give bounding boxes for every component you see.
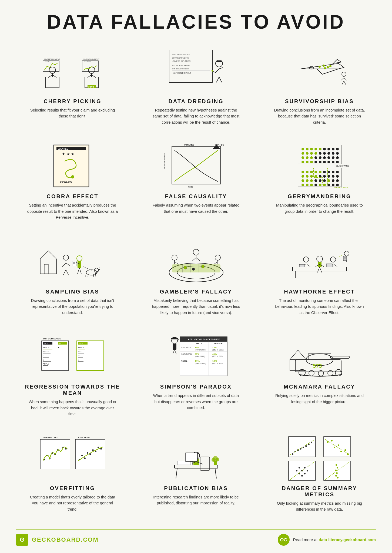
svg-point-356 bbox=[335, 475, 337, 477]
illustration-cobra-effect: WANTED ★ ★ ★ REWARD bbox=[38, 141, 108, 190]
footer-link-url[interactable]: data-literacy.geckoboard.com bbox=[319, 537, 376, 542]
svg-point-121 bbox=[314, 179, 317, 182]
svg-text:TEMPERATURE: TEMPERATURE bbox=[163, 153, 166, 169]
svg-point-75 bbox=[319, 152, 321, 155]
desc-gerrymandering: Manipulating the geographical boundaries… bbox=[274, 202, 366, 214]
svg-point-338 bbox=[344, 449, 346, 451]
svg-text:(170 of 900): (170 of 900) bbox=[212, 362, 223, 365]
svg-marker-280 bbox=[290, 350, 306, 360]
svg-rect-200 bbox=[343, 256, 347, 261]
svg-text:40%: 40% bbox=[212, 353, 217, 355]
svg-point-86 bbox=[327, 156, 330, 159]
svg-line-363 bbox=[287, 539, 287, 540]
fallacy-item-data-dredging: ARE THERE SOCKS CORRESPONDING UNIVERS IN… bbox=[140, 44, 252, 131]
svg-point-334 bbox=[331, 440, 333, 441]
svg-point-116 bbox=[332, 175, 334, 178]
svg-point-352 bbox=[336, 464, 337, 466]
fallacy-item-cobra-effect: WANTED ★ ★ ★ REWARD COBRA EFFECT Setting… bbox=[16, 139, 129, 226]
gecko-logo-icon: G bbox=[16, 534, 28, 546]
title-false-causality: FALSE CAUSALITY bbox=[165, 193, 227, 200]
svg-point-82 bbox=[310, 156, 313, 159]
footer-brand-section: G GECKOBOARD.COM bbox=[16, 534, 99, 546]
svg-rect-206 bbox=[326, 264, 332, 267]
svg-line-45 bbox=[342, 81, 344, 85]
svg-point-119 bbox=[306, 179, 309, 182]
title-cherry-picking: CHERRY PICKING bbox=[43, 98, 101, 104]
svg-marker-239 bbox=[171, 337, 178, 338]
svg-point-337 bbox=[340, 451, 342, 452]
svg-text:15%: 15% bbox=[212, 346, 217, 349]
title-data-dredging: DATA DREDGING bbox=[168, 98, 223, 104]
svg-point-87 bbox=[332, 156, 334, 159]
svg-point-92 bbox=[314, 161, 317, 163]
illustration-mcnamara-fallacy: 573 bbox=[284, 332, 355, 380]
svg-text:▼: ▼ bbox=[58, 347, 60, 349]
svg-point-97 bbox=[336, 161, 339, 163]
illustration-gerrymandering: BLACK WINS bbox=[284, 141, 355, 190]
title-simpsons-paradox: SIMPSON'S PARADOX bbox=[160, 384, 232, 390]
svg-text:WANTED: WANTED bbox=[58, 147, 68, 150]
svg-line-176 bbox=[196, 258, 200, 261]
illustration-publication-bias bbox=[161, 433, 231, 482]
fallacy-item-false-causality: PIRATES PIRATES TEMPERATURE TIME FALSE C… bbox=[140, 139, 252, 226]
svg-point-343 bbox=[299, 467, 300, 468]
svg-rect-281 bbox=[290, 360, 306, 370]
svg-line-160 bbox=[83, 267, 92, 270]
svg-point-93 bbox=[319, 161, 321, 163]
title-cobra-effect: COBRA EFFECT bbox=[47, 193, 99, 200]
svg-point-76 bbox=[323, 152, 326, 155]
svg-line-30 bbox=[219, 68, 223, 69]
svg-text:2017: 2017 bbox=[43, 343, 48, 345]
svg-line-362 bbox=[280, 539, 280, 540]
svg-text:★ ★ ★: ★ ★ ★ bbox=[62, 152, 75, 156]
svg-text:SUBJECT A: SUBJECT A bbox=[181, 347, 192, 349]
svg-point-170 bbox=[193, 249, 199, 255]
svg-line-197 bbox=[333, 264, 337, 267]
svg-point-275 bbox=[309, 370, 314, 376]
svg-point-114 bbox=[323, 175, 326, 178]
svg-rect-5 bbox=[43, 61, 59, 72]
svg-line-31 bbox=[216, 77, 219, 82]
svg-point-91 bbox=[310, 161, 313, 163]
svg-point-360 bbox=[284, 538, 287, 541]
svg-point-122 bbox=[319, 179, 321, 182]
svg-line-175 bbox=[192, 258, 196, 261]
fallacy-item-gerrymandering: BLACK WINS bbox=[263, 139, 376, 226]
svg-rect-163 bbox=[172, 264, 220, 272]
svg-rect-226 bbox=[77, 341, 104, 370]
svg-point-130 bbox=[314, 184, 317, 186]
svg-point-68 bbox=[327, 148, 330, 150]
desc-cobra-effect: Setting an incentive that accidentally p… bbox=[27, 202, 119, 220]
svg-text:●: ● bbox=[78, 359, 79, 361]
svg-point-300 bbox=[92, 449, 94, 451]
svg-point-83 bbox=[314, 156, 317, 159]
svg-rect-273 bbox=[330, 356, 349, 358]
svg-line-190 bbox=[317, 267, 320, 272]
svg-point-77 bbox=[327, 152, 330, 155]
svg-text:VOTE: VOTE bbox=[88, 86, 94, 88]
svg-point-126 bbox=[336, 179, 339, 182]
illustration-survivorship-bias bbox=[284, 46, 355, 95]
svg-text:41%: 41% bbox=[195, 360, 200, 362]
svg-line-29 bbox=[215, 69, 219, 73]
fallacy-item-overfitting: OVERFITTING JUST RIGHT bbox=[16, 431, 129, 518]
svg-text:PIRATES: PIRATES bbox=[214, 143, 224, 146]
svg-point-321 bbox=[215, 458, 219, 461]
footer-brand-name: GECKOBOARD.COM bbox=[32, 536, 99, 543]
svg-point-128 bbox=[306, 184, 309, 186]
svg-point-63 bbox=[306, 148, 309, 150]
fallacy-item-danger-summary-metrics: DANGER OF SUMMARY METRICS Only looking a… bbox=[263, 431, 376, 518]
svg-point-9 bbox=[88, 67, 95, 73]
svg-point-39 bbox=[324, 67, 326, 69]
footer-cta-section: Read more at data-literacy.geckoboard.co… bbox=[278, 534, 376, 546]
svg-point-89 bbox=[301, 161, 304, 163]
svg-text:APPLICATION SUCCESS RATE: APPLICATION SUCCESS RATE bbox=[188, 338, 220, 340]
svg-point-85 bbox=[323, 156, 326, 159]
desc-false-causality: Falsely assuming when two events appear … bbox=[150, 202, 242, 214]
svg-rect-205 bbox=[299, 264, 305, 267]
svg-text:2017: 2017 bbox=[58, 343, 63, 345]
desc-regression-mean: When something happens that's unusually … bbox=[27, 399, 119, 417]
fallacy-item-sampling-bias: SAMPLING BIAS Drawing conclusions from a… bbox=[16, 234, 129, 321]
svg-rect-238 bbox=[171, 338, 178, 339]
svg-line-142 bbox=[62, 263, 66, 267]
